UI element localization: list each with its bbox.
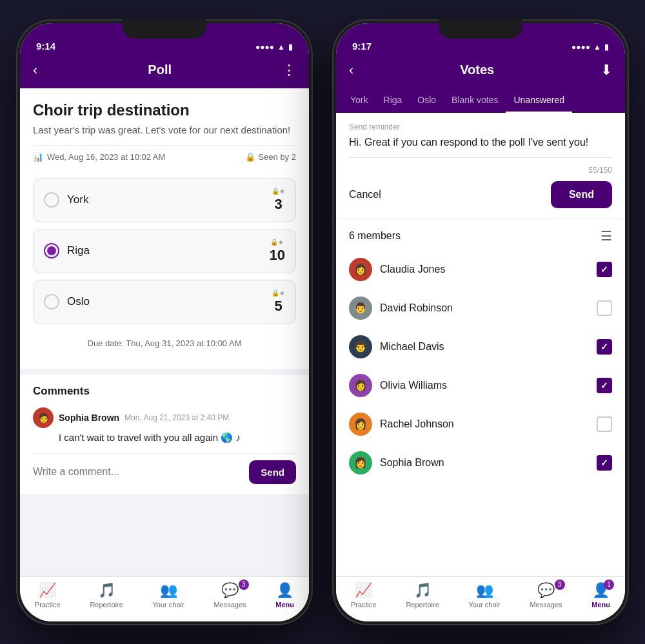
nav-messages-1[interactable]: 💬 3 Messages: [213, 582, 246, 609]
poll-option-oslo[interactable]: Oslo 🔒★ 5: [33, 280, 296, 324]
practice-icon-2: 📈: [355, 582, 372, 599]
radio-york[interactable]: [44, 192, 59, 208]
lock-star-riga: 🔒★: [270, 239, 284, 246]
member-name-rachel: Rachel Johnson: [380, 418, 454, 430]
tab-oslo[interactable]: Oslo: [410, 88, 444, 113]
votes-content: Send reminder Hi. Great if you can respo…: [336, 113, 625, 576]
avatar-sophia: 👩: [349, 451, 372, 474]
char-count: 55/150: [349, 166, 612, 175]
option-count-riga: 🔒★ 10: [270, 239, 285, 264]
avatar-rachel: 👩: [349, 413, 372, 436]
repertoire-icon: 🎵: [98, 582, 115, 599]
tab-unanswered[interactable]: Unanswered: [506, 88, 572, 113]
messages-badge-2: 3: [555, 580, 565, 590]
member-name-sophia: Sophia Brown: [380, 457, 444, 469]
member-row-claudia: 👩 Claudia Jones: [336, 250, 625, 289]
comment-text: I can't wait to travel with you all agai…: [33, 432, 296, 444]
nav-practice-2[interactable]: 📈 Practice: [351, 582, 377, 609]
poll-meta: 📊 Wed, Aug 16, 2023 at 10:02 AM 🔒 Seen b…: [33, 145, 296, 168]
wifi-icon: ▲: [277, 43, 285, 52]
nav-choir-label-2: Your choir: [469, 601, 501, 609]
comments-section: Comments 🧑 Sophia Brown Mon, Aug 21, 202…: [20, 375, 309, 494]
signal-icon-2: ●●●●: [571, 43, 590, 52]
poll-option-riga[interactable]: Riga 🔒★ 10: [33, 229, 296, 273]
nav-practice-label: Practice: [35, 601, 61, 609]
scroll-content-1[interactable]: Choir trip destination Last year's trip …: [20, 88, 309, 576]
comment-input-row: Send: [33, 453, 296, 484]
nav-repertoire-1[interactable]: 🎵 Repertoire: [90, 582, 123, 609]
menu-badge-2: 1: [604, 580, 614, 590]
poll-option-york[interactable]: York 🔒★ 3: [33, 178, 296, 222]
messages-icon-1: 💬: [221, 582, 239, 599]
status-time-1: 9:14: [36, 41, 55, 52]
votes-tabs: York Riga Oslo Blank votes Unanswered: [336, 88, 625, 113]
radio-riga[interactable]: [44, 243, 59, 259]
bottom-nav-2: 📈 Practice 🎵 Repertoire 👥 Your choir 💬 3…: [336, 576, 625, 621]
radio-oslo[interactable]: [44, 294, 59, 309]
nav-choir-2[interactable]: 👥 Your choir: [469, 582, 501, 609]
checkbox-olivia[interactable]: [597, 378, 612, 393]
nav-choir-label: Your choir: [153, 601, 184, 609]
download-button[interactable]: ⬇: [600, 62, 612, 79]
comment-avatar: 🧑: [33, 407, 54, 428]
reminder-section: Send reminder Hi. Great if you can respo…: [336, 113, 625, 219]
tab-riga[interactable]: Riga: [376, 88, 410, 113]
messages-badge-1: 3: [239, 580, 249, 590]
cancel-button[interactable]: Cancel: [349, 189, 381, 200]
poll-title: Choir trip destination: [33, 101, 296, 119]
chart-icon: 📊: [33, 152, 43, 162]
checkbox-sophia[interactable]: [597, 455, 612, 471]
nav-messages-label: Messages: [213, 601, 246, 609]
poll-seen: 🔒 Seen by 2: [245, 152, 296, 162]
nav-messages-2[interactable]: 💬 3 Messages: [530, 582, 562, 609]
back-button-2[interactable]: ‹: [349, 62, 353, 79]
nav-repertoire-2[interactable]: 🎵 Repertoire: [406, 582, 439, 609]
more-options-button[interactable]: ⋮: [282, 62, 296, 79]
comment-input[interactable]: [33, 466, 243, 478]
member-name-michael: Michael Davis: [380, 341, 444, 353]
notch: [123, 19, 206, 39]
choir-icon-2: 👥: [476, 582, 493, 599]
nav-repertoire-label-2: Repertoire: [406, 601, 439, 609]
lock-star-york: 🔒★: [272, 188, 285, 195]
nav-menu-2[interactable]: 👤 1 Menu: [591, 582, 610, 609]
repertoire-icon-2: 🎵: [414, 582, 432, 599]
back-button-1[interactable]: ‹: [33, 62, 37, 79]
member-row-david: 👨 David Robinson: [336, 289, 625, 327]
reminder-divider: [349, 157, 612, 158]
checkbox-rachel[interactable]: [597, 416, 612, 432]
nav-practice-label-2: Practice: [351, 601, 377, 609]
avatar-claudia: 👩: [349, 258, 372, 281]
bottom-nav-1: 📈 Practice 🎵 Repertoire 👥 Your choir 💬 3…: [20, 576, 309, 621]
lock-star-oslo: 🔒★: [272, 289, 285, 297]
page-title-1: Poll: [148, 63, 172, 77]
member-row-michael: 👨 Michael Davis: [336, 327, 625, 366]
checkbox-michael[interactable]: [597, 339, 612, 355]
list-view-icon[interactable]: ☰: [600, 228, 612, 244]
nav-choir-1[interactable]: 👥 Your choir: [153, 582, 184, 609]
avatar-olivia: 👩: [349, 374, 372, 397]
header-1: ‹ Poll ⋮: [20, 55, 309, 88]
option-count-york: 🔒★ 3: [272, 188, 285, 213]
nav-menu-label-2: Menu: [591, 601, 610, 609]
option-label-oslo: Oslo: [67, 295, 90, 308]
page-title-2: Votes: [460, 63, 494, 77]
avatar-michael: 👨: [349, 335, 372, 358]
tab-york[interactable]: York: [342, 88, 376, 113]
member-name-olivia: Olivia Williams: [380, 380, 447, 391]
nav-practice-1[interactable]: 📈 Practice: [35, 582, 61, 609]
nav-menu-1[interactable]: 👤 Menu: [275, 582, 294, 609]
nav-repertoire-label: Repertoire: [90, 601, 123, 609]
checkbox-claudia[interactable]: [597, 262, 612, 277]
radio-riga-inner: [47, 246, 56, 255]
comment-author: Sophia Brown: [59, 413, 119, 423]
member-name-claudia: Claudia Jones: [380, 264, 445, 275]
checkbox-david[interactable]: [597, 300, 612, 316]
poll-description: Last year's trip was great. Let's vote f…: [33, 124, 296, 135]
battery-icon-2: ▮: [604, 43, 609, 52]
tab-blank-votes[interactable]: Blank votes: [444, 88, 506, 113]
member-row-olivia: 👩 Olivia Williams: [336, 366, 625, 405]
reminder-send-button[interactable]: Send: [551, 181, 612, 208]
reminder-actions: Cancel Send: [349, 181, 612, 208]
comment-send-button[interactable]: Send: [249, 460, 296, 484]
